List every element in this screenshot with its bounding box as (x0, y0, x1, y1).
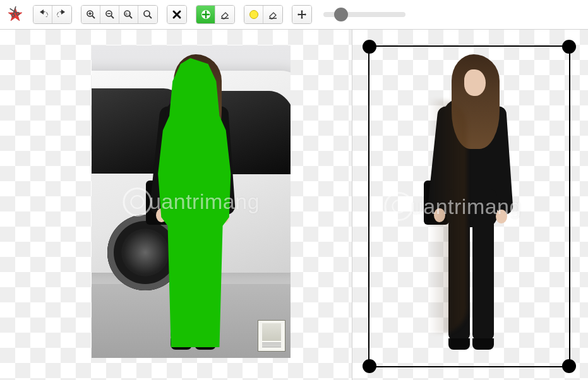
workspace: uantrimang (0, 30, 588, 380)
foreground-marker-button[interactable] (196, 6, 215, 23)
crop-handle-top-left[interactable] (363, 40, 376, 54)
svg-text:1:1: 1:1 (125, 12, 131, 16)
move-button[interactable] (292, 6, 311, 23)
source-image: uantrimang (92, 45, 291, 358)
zoom-out-button[interactable] (100, 6, 119, 23)
eraser-icon (220, 9, 230, 20)
zoom-fit-icon (143, 9, 153, 20)
undo-icon (38, 9, 48, 20)
crop-handle-top-right[interactable] (562, 40, 576, 54)
result-image: uantrimang (368, 45, 570, 367)
app-logo (6, 6, 24, 23)
background-marker-button[interactable] (244, 6, 263, 23)
scissors-star-icon (6, 6, 24, 23)
undo-button[interactable] (33, 6, 52, 23)
source-panel[interactable]: uantrimang (0, 30, 352, 380)
yellow-circle-icon (249, 9, 259, 20)
crop-rectangle[interactable] (368, 45, 570, 367)
crop-handle-bottom-left[interactable] (363, 359, 376, 373)
zoom-fit-button[interactable] (138, 6, 157, 23)
zoom-actual-button[interactable]: 1:1 (119, 6, 138, 23)
crop-handle-bottom-right[interactable] (562, 359, 576, 373)
move-icon (297, 9, 307, 20)
clear-marks-button[interactable] (167, 6, 186, 23)
person-subject (135, 54, 248, 351)
foreground-mask (153, 58, 234, 347)
brush-size-slider[interactable] (323, 6, 405, 23)
eraser-icon (268, 9, 278, 20)
foreground-eraser-button[interactable] (215, 6, 234, 23)
redo-icon (57, 9, 67, 20)
zoom-in-button[interactable] (81, 6, 100, 23)
result-panel[interactable]: uantrimang (352, 30, 588, 380)
zoom-11-icon: 1:1 (123, 9, 135, 20)
zoom-out-icon (105, 9, 115, 20)
svg-point-10 (249, 11, 258, 19)
slider-thumb[interactable] (334, 8, 348, 21)
x-icon (172, 9, 182, 20)
source-credit-tag (258, 320, 285, 352)
plus-icon (201, 9, 211, 20)
redo-button[interactable] (52, 6, 71, 23)
background-eraser-button[interactable] (263, 6, 282, 23)
toolbar: 1:1 (0, 0, 588, 30)
zoom-in-icon (86, 9, 96, 20)
